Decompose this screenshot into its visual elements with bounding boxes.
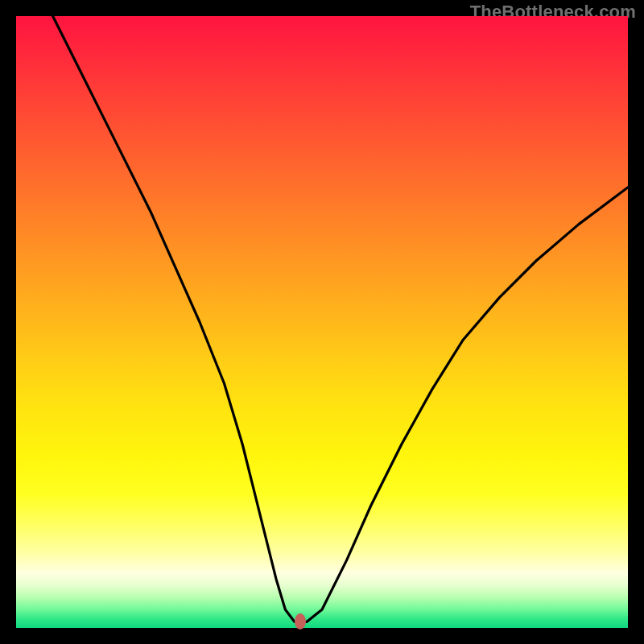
chart-frame: TheBottleneck.com — [0, 0, 644, 644]
optimum-marker — [295, 613, 306, 630]
bottleneck-curve — [16, 16, 628, 628]
plot-area — [16, 16, 628, 628]
